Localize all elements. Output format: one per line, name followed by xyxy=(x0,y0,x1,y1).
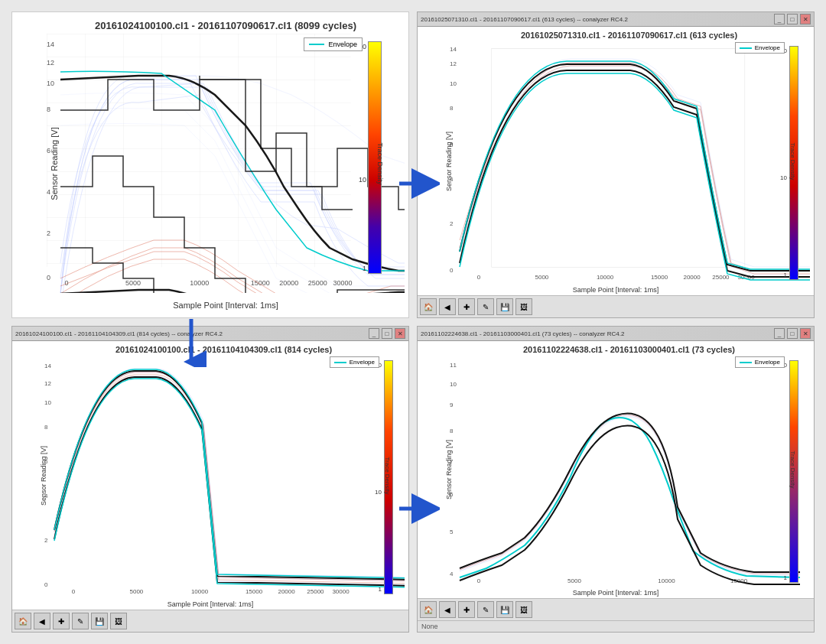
minimize-btn-bl[interactable]: _ xyxy=(369,328,379,339)
img-btn-tr[interactable]: 🖼 xyxy=(515,298,532,315)
legend-line-tr xyxy=(740,47,752,49)
maximize-btn-br[interactable]: □ xyxy=(787,328,798,339)
svg-text:0: 0 xyxy=(477,274,481,281)
edit-btn-br[interactable]: ✎ xyxy=(477,601,494,618)
titlebar-br-text: 20161102224638.cl1 - 20161103000401.cl1 … xyxy=(421,330,624,337)
svg-text:15000: 15000 xyxy=(246,588,263,595)
density-mid: 10 xyxy=(359,176,366,184)
main-chart-title: 20161024100100.cl1 - 20161107090617.cl1 … xyxy=(47,20,405,34)
chart-svg-br: 4 5 6 7 8 9 10 11 0 5000 10000 15000 xyxy=(448,356,810,590)
img-btn-bl[interactable]: 🖼 xyxy=(110,613,127,629)
plus-btn-bl[interactable]: ✚ xyxy=(53,613,70,629)
legend-label: Envelope xyxy=(328,41,357,48)
svg-text:14: 14 xyxy=(450,46,457,53)
svg-text:20000: 20000 xyxy=(683,274,701,281)
main-x-label: Sample Point [Interval: 1ms] xyxy=(173,301,278,310)
arrow-right-top xyxy=(398,168,436,199)
legend-label-br: Envelope xyxy=(755,359,780,366)
main-y-label: Sensor Reading [V] xyxy=(50,127,59,200)
arrow-right-bottom xyxy=(398,493,440,524)
svg-text:5000: 5000 xyxy=(535,274,549,281)
x-label-bl: Sample Point [Interval: 1ms] xyxy=(167,600,254,608)
edit-btn-tr[interactable]: ✎ xyxy=(477,298,494,315)
legend-bl: Envelope xyxy=(330,356,379,368)
save-btn-bl[interactable]: 💾 xyxy=(91,613,108,629)
colorbar-label-br: Trace Density xyxy=(789,450,796,488)
svg-text:2: 2 xyxy=(47,229,50,237)
svg-text:15000: 15000 xyxy=(651,274,668,281)
br-density-min: 1 xyxy=(784,574,787,581)
plus-btn-tr[interactable]: ✚ xyxy=(458,298,475,315)
density-min: 1 xyxy=(363,265,366,272)
svg-text:5000: 5000 xyxy=(130,588,144,595)
close-btn-tr[interactable]: ✕ xyxy=(800,14,811,24)
panel-top-right: 20161025071310.cl1 - 20161107090617.cl1 … xyxy=(417,11,815,318)
svg-text:2: 2 xyxy=(450,220,454,227)
edit-btn-bl[interactable]: ✎ xyxy=(72,613,89,629)
svg-text:14: 14 xyxy=(44,363,51,369)
svg-text:8: 8 xyxy=(47,106,50,113)
bl-density-min: 1 xyxy=(379,586,382,593)
colorbar-label-tr: Trace Density xyxy=(789,142,796,180)
legend-line xyxy=(309,44,324,45)
svg-text:10000: 10000 xyxy=(191,588,209,595)
img-btn-br[interactable]: 🖼 xyxy=(515,601,532,618)
home-btn-tr[interactable]: 🏠 xyxy=(420,298,437,315)
svg-rect-0 xyxy=(47,34,351,267)
svg-text:9: 9 xyxy=(450,402,454,408)
arrow-down-left xyxy=(176,317,206,363)
svg-text:10: 10 xyxy=(47,80,54,87)
tr-density-min: 1 xyxy=(784,272,787,278)
svg-text:12: 12 xyxy=(450,60,457,67)
x-label-br: Sample Point [Interval: 1ms] xyxy=(573,589,659,597)
legend-label-bl: Envelope xyxy=(350,359,375,366)
plus-btn-br[interactable]: ✚ xyxy=(458,601,475,618)
svg-text:30000: 30000 xyxy=(333,279,352,287)
svg-text:30000: 30000 xyxy=(332,588,350,595)
svg-text:10: 10 xyxy=(450,80,457,87)
panel-bottom-right: 20161102224638.cl1 - 20161103000401.cl1 … xyxy=(417,326,815,633)
minimize-btn-br[interactable]: _ xyxy=(774,328,785,339)
toolbar-tr: 🏠 ◀ ✚ ✎ 💾 🖼 xyxy=(418,295,814,317)
chart-content-br: 20161102224638.cl1 - 20161103000401.cl1 … xyxy=(418,341,814,598)
svg-text:10: 10 xyxy=(44,399,51,406)
colorbar-label-bl: Trace Density xyxy=(384,457,391,494)
y-label-br: Sensor Reading [V] xyxy=(445,440,453,499)
titlebar-br: 20161102224638.cl1 - 20161103000401.cl1 … xyxy=(418,327,814,341)
svg-text:5000: 5000 xyxy=(125,279,141,287)
main-chart: 20161024100100.cl1 - 20161107090617.cl1 … xyxy=(11,11,409,318)
svg-text:5: 5 xyxy=(450,529,454,535)
svg-text:2: 2 xyxy=(44,537,48,544)
save-btn-br[interactable]: 💾 xyxy=(496,601,513,618)
x-label-tr: Sample Point [Interval: 1ms] xyxy=(573,286,659,294)
legend-br: Envelope xyxy=(735,356,785,368)
legend-tr: Envelope xyxy=(735,42,785,54)
chart-content-bl: 20161024100100.cl1 - 20161104104309.cl1 … xyxy=(12,341,408,610)
home-btn-br[interactable]: 🏠 xyxy=(420,601,437,618)
chart-title-bl: 20161024100100.cl1 - 20161104104309.cl1 … xyxy=(43,345,405,356)
svg-text:10000: 10000 xyxy=(597,274,614,281)
y-label-bl: Sensor Reading [V] xyxy=(40,445,47,505)
svg-text:20000: 20000 xyxy=(279,279,298,287)
main-container: 20161024100100.cl1 - 20161107090617.cl1 … xyxy=(0,0,826,644)
back-btn-br[interactable]: ◀ xyxy=(439,601,456,618)
minimize-btn-tr[interactable]: _ xyxy=(774,14,785,24)
maximize-btn-tr[interactable]: □ xyxy=(787,14,798,24)
back-btn-tr[interactable]: ◀ xyxy=(439,298,456,315)
titlebar-top-right: 20161025071310.cl1 - 20161107090617.cl1 … xyxy=(418,12,814,27)
save-btn-tr[interactable]: 💾 xyxy=(496,298,513,315)
main-colorbar-label: Trace Density xyxy=(376,142,383,184)
maximize-btn-bl[interactable]: □ xyxy=(382,328,392,339)
arrow-svg-right-bottom xyxy=(398,493,440,524)
home-btn-bl[interactable]: 🏠 xyxy=(15,613,31,629)
status-text: None xyxy=(421,623,438,630)
chart-content-top-right: 20161025071310.cl1 - 20161107090617.cl1 … xyxy=(418,27,814,295)
panel-bottom-left: 20161024100100.cl1 - 20161104104309.cl1 … xyxy=(11,326,409,633)
status-bar-br: None xyxy=(418,620,814,632)
toolbar-bl: 🏠 ◀ ✚ ✎ 💾 🖼 xyxy=(12,610,408,632)
close-btn-bl[interactable]: ✕ xyxy=(395,328,405,339)
close-btn-br[interactable]: ✕ xyxy=(800,328,811,339)
tr-density-mid: 10 xyxy=(780,174,787,181)
arrow-svg-right xyxy=(398,168,440,199)
back-btn-bl[interactable]: ◀ xyxy=(34,613,50,629)
